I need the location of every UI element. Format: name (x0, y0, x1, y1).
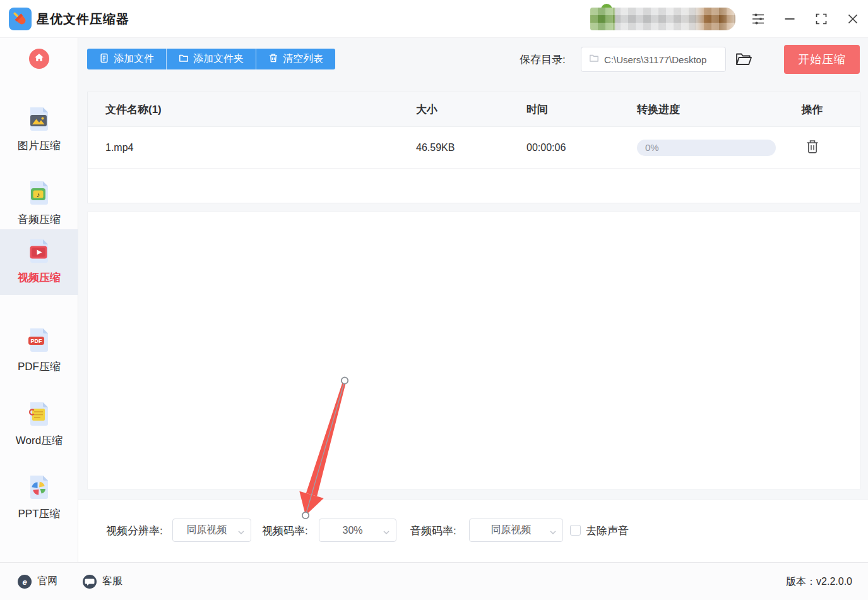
browse-folder-button[interactable] (735, 51, 752, 68)
sidebar-item-label: Word压缩 (16, 433, 62, 448)
file-size: 46.59KB (416, 142, 526, 153)
remove-audio-label[interactable]: 去除声音 (586, 524, 629, 538)
resolution-label: 视频分辨率: (106, 524, 163, 538)
col-progress: 转换进度 (637, 102, 782, 117)
save-directory-label: 保存目录: (520, 52, 566, 67)
home-button[interactable] (29, 49, 49, 69)
compress-settings-bar: 视频分辨率: 同原视频 视频码率: 30% 音频码率: 同原视频 (78, 500, 868, 562)
app-logo-icon (9, 8, 32, 30)
chevron-down-icon (549, 527, 557, 539)
app-window: 星优文件压缩器 (0, 0, 868, 600)
sidebar-item-image-compress[interactable]: 图片压缩 (0, 97, 78, 163)
titlebar: 星优文件压缩器 (0, 0, 868, 38)
sidebar-item-pdf-compress[interactable]: PDF PDF压缩 (0, 318, 78, 384)
sidebar-item-audio-compress[interactable]: ♪ 音频压缩 (0, 171, 78, 237)
sidebar: 图片压缩 ♪ 音频压缩 (0, 38, 78, 562)
sidebar-item-label: 图片压缩 (18, 138, 61, 153)
close-icon[interactable] (845, 11, 860, 27)
resolution-select[interactable]: 同原视频 (172, 519, 251, 542)
settings-sliders-icon[interactable] (751, 11, 766, 27)
chevron-down-icon (383, 527, 390, 539)
svg-text:e: e (22, 577, 27, 586)
file-table: 文件名称(1) 大小 时间 转换进度 操作 1.mp4 46.59KB 00:0… (87, 92, 860, 203)
browser-icon: e (18, 575, 32, 589)
audio-file-icon: ♪ (25, 179, 53, 209)
start-compress-button[interactable]: 开始压缩 (784, 45, 860, 74)
sidebar-item-video-compress[interactable]: 视频压缩 (0, 229, 78, 295)
customer-service-link[interactable]: 客服 (83, 575, 122, 589)
image-file-icon (25, 105, 53, 135)
sidebar-item-label: 视频压缩 (18, 270, 61, 285)
remove-audio-checkbox[interactable] (570, 525, 581, 536)
bitrate-label: 视频码率: (262, 524, 308, 538)
home-icon (33, 52, 45, 66)
user-account-redacted[interactable] (590, 8, 735, 30)
audio-bitrate-label: 音频码率: (410, 524, 456, 538)
pdf-file-icon: PDF (25, 326, 53, 356)
audio-bitrate-select[interactable]: 同原视频 (469, 519, 563, 542)
file-table-header: 文件名称(1) 大小 时间 转换进度 操作 (88, 92, 860, 127)
maximize-icon[interactable] (814, 11, 829, 27)
official-site-link[interactable]: e 官网 (18, 575, 57, 589)
app-title: 星优文件压缩器 (37, 0, 129, 38)
window-controls (751, 0, 868, 38)
main-content: 添加文件 添加文件夹 清空列表 保存目录 (78, 38, 868, 562)
add-file-button[interactable]: 添加文件 (87, 49, 166, 69)
col-time: 时间 (526, 102, 637, 117)
progress-bar: 0% (637, 140, 776, 156)
add-folder-button[interactable]: 添加文件夹 (166, 49, 256, 69)
svg-text:PDF: PDF (31, 338, 43, 344)
bitrate-select[interactable]: 30% (319, 519, 396, 542)
col-operation: 操作 (782, 102, 842, 117)
footer: e 官网 客服 版本： v2.2.0.0 (0, 562, 868, 600)
file-name: 1.mp4 (105, 142, 416, 153)
sidebar-item-label: 音频压缩 (18, 212, 61, 227)
col-filename: 文件名称(1) (105, 102, 416, 117)
col-size: 大小 (416, 102, 526, 117)
minimize-icon[interactable] (782, 11, 797, 27)
version-info: 版本： v2.2.0.0 (786, 563, 852, 600)
file-time: 00:00:06 (526, 142, 637, 153)
word-file-icon (25, 400, 53, 430)
save-directory-input[interactable]: C:\Users\31177\Desktop (581, 47, 726, 72)
file-icon (99, 53, 109, 66)
table-row: 1.mp4 46.59KB 00:00:06 0% (88, 127, 860, 169)
file-drop-area[interactable] (87, 212, 860, 489)
video-file-icon (25, 237, 53, 267)
file-action-buttons: 添加文件 添加文件夹 清空列表 (87, 49, 335, 69)
sidebar-item-word-compress[interactable]: Word压缩 (0, 392, 78, 458)
folder-small-icon (589, 53, 599, 66)
sidebar-item-ppt-compress[interactable]: PPT压缩 (0, 465, 78, 531)
folder-icon (179, 53, 189, 66)
chevron-down-icon (237, 527, 245, 539)
ppt-file-icon (25, 473, 53, 503)
progress-percent: 0% (645, 142, 659, 153)
clear-list-button[interactable]: 清空列表 (256, 49, 335, 69)
sidebar-item-label: PDF压缩 (18, 359, 61, 374)
delete-row-button[interactable] (806, 139, 819, 156)
empty-table-row (88, 169, 860, 203)
sidebar-item-label: PPT压缩 (18, 507, 60, 521)
chat-icon (83, 575, 97, 589)
svg-text:♪: ♪ (37, 191, 40, 198)
trash-icon (268, 53, 278, 66)
